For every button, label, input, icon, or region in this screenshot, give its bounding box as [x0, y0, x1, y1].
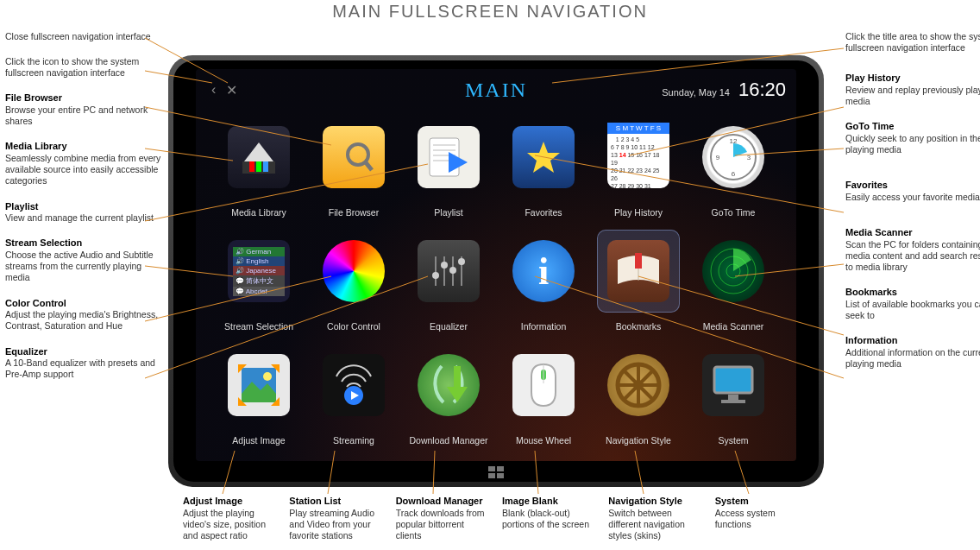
app-goto-time[interactable]: 12369GoTo Time: [689, 112, 777, 218]
note: Click the title area to show the system …: [845, 31, 980, 54]
app-adjust-image[interactable]: Adjust Image: [215, 340, 303, 446]
app-label: Play History: [614, 207, 663, 218]
home-button[interactable]: [488, 466, 504, 478]
time-text: 16:20: [738, 79, 786, 101]
app-label: Streaming: [333, 435, 374, 446]
notes-bottom: Adjust ImageAdjust the playing video's s…: [183, 496, 813, 541]
note: InformationAdditional information on the…: [845, 335, 980, 370]
note: FavoritesEasily access your favorite med…: [845, 180, 980, 203]
notes-right: Click the title area to show the system …: [845, 31, 980, 383]
app-play-history[interactable]: S M T W T F S 1 2 3 4 56 7 8 9 10 11 121…: [594, 112, 682, 218]
app-label: Navigation Style: [606, 435, 671, 446]
note: Adjust ImageAdjust the playing video's s…: [183, 496, 280, 541]
app-label: Favorites: [525, 207, 562, 218]
app-label: Media Scanner: [703, 321, 764, 332]
note: File BrowserBrowse your entire PC and ne…: [5, 92, 164, 127]
note: Click the icon to show the system fullsc…: [5, 56, 164, 79]
app-stream-selection[interactable]: 🔊 German🔊 English🔊 Japanese💬 简体中文💬 Abcde…: [215, 226, 303, 332]
note: Station ListPlay streaming Audio and Vid…: [289, 496, 386, 541]
app-label: System: [718, 435, 748, 446]
app-file-browser[interactable]: File Browser: [310, 112, 398, 218]
app-grid: Media Library File Browser Playlist Favo…: [215, 112, 777, 446]
svg-point-20: [432, 272, 439, 279]
notes-left: Close fullscreen navigation interface Cl…: [5, 31, 164, 395]
app-label: File Browser: [329, 207, 379, 218]
note: Image BlankBlank (black-out) portions of…: [502, 496, 599, 541]
app-mouse-wheel[interactable]: Mouse Wheel: [499, 340, 587, 446]
app-label: Mouse Wheel: [516, 435, 571, 446]
svg-point-21: [441, 262, 448, 269]
back-button[interactable]: ‹: [206, 82, 221, 98]
app-information[interactable]: iInformation: [499, 226, 587, 332]
app-label: Information: [521, 321, 567, 332]
app-label: Media Library: [231, 207, 286, 218]
note: Media LibrarySeamlessly combine media fr…: [5, 141, 164, 186]
clock: Sunday, May 14 16:20: [662, 79, 786, 101]
app-label: Adjust Image: [232, 435, 285, 446]
svg-rect-3: [263, 161, 268, 172]
app-label: Stream Selection: [224, 321, 293, 332]
app-download-manager[interactable]: Download Manager: [405, 340, 493, 446]
note: EqualizerA 10-Band equalizer with preset…: [5, 346, 164, 381]
svg-rect-42: [728, 395, 738, 400]
app-label: GoTo Time: [712, 207, 756, 218]
svg-point-23: [458, 258, 465, 265]
note: Media ScannerScan the PC for folders con…: [845, 227, 980, 273]
app-bookmarks[interactable]: Bookmarks: [594, 226, 682, 332]
svg-rect-40: [714, 367, 752, 393]
app-system[interactable]: System: [689, 340, 777, 446]
app-media-library[interactable]: Media Library: [215, 112, 303, 218]
app-label: Equalizer: [430, 321, 468, 332]
svg-text:6: 6: [732, 170, 736, 178]
note: PlaylistView and manage the current play…: [5, 201, 164, 224]
note: Color ControlAdjust the playing media's …: [5, 298, 164, 332]
app-color-control[interactable]: Color Control: [310, 226, 398, 332]
app-playlist[interactable]: Playlist: [405, 112, 493, 218]
svg-text:3: 3: [747, 154, 751, 161]
svg-text:9: 9: [716, 154, 720, 161]
app-equalizer[interactable]: Equalizer: [405, 226, 493, 332]
note: GoTo TimeQuickly seek to any position in…: [845, 121, 980, 155]
note: Close fullscreen navigation interface: [5, 31, 164, 42]
app-navigation-style[interactable]: Navigation Style: [594, 340, 682, 446]
date-text: Sunday, May 14: [662, 87, 730, 98]
note: BookmarksList of available bookmarks you…: [845, 287, 980, 321]
note: Download ManagerTrack downloads from pop…: [396, 496, 493, 541]
tablet-frame: ‹ ✕ MAIN Sunday, May 14 16:20 Media Libr…: [168, 55, 824, 487]
note: Stream SelectionChoose the active Audio …: [5, 237, 164, 283]
app-media-scanner[interactable]: Media Scanner: [689, 226, 777, 332]
svg-point-30: [263, 372, 272, 381]
page-title: MAIN FULLSCREEN NAVIGATION: [0, 0, 980, 22]
screen: ‹ ✕ MAIN Sunday, May 14 16:20 Media Libr…: [196, 69, 796, 461]
note: Navigation StyleSwitch between different…: [608, 496, 705, 541]
svg-rect-25: [635, 253, 642, 269]
app-label: Bookmarks: [616, 321, 662, 332]
note: Play HistoryReview and replay previously…: [845, 73, 980, 107]
screen-title[interactable]: MAIN: [465, 79, 527, 102]
app-favorites[interactable]: Favorites: [499, 112, 587, 218]
svg-rect-2: [256, 161, 261, 172]
app-label: Color Control: [327, 321, 380, 332]
svg-rect-1: [249, 161, 254, 172]
close-button[interactable]: ✕: [221, 82, 242, 98]
app-label: Download Manager: [409, 435, 487, 446]
note: SystemAccess system functions: [715, 496, 812, 541]
app-label: Playlist: [434, 207, 462, 218]
svg-point-22: [449, 267, 456, 274]
svg-rect-43: [721, 400, 745, 403]
app-streaming[interactable]: Streaming: [310, 340, 398, 446]
svg-line-5: [365, 161, 372, 170]
